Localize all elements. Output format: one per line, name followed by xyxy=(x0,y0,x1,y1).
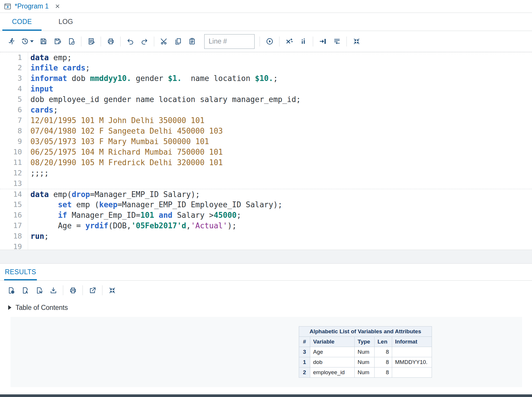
tab-log-label: LOG xyxy=(59,18,73,26)
cut-button[interactable] xyxy=(157,34,171,49)
code-line[interactable]: 1006/25/1975 104 M Richard Mumbai 750000… xyxy=(0,147,532,157)
cell: 8 xyxy=(375,347,392,357)
print-results-button[interactable] xyxy=(66,283,80,297)
download-button[interactable] xyxy=(64,34,78,49)
html-result-icon xyxy=(7,286,15,294)
tab-results[interactable]: RESULTS xyxy=(2,264,39,280)
code-line[interactable]: 903/05/1973 103 F Mary Mumbai 500000 101 xyxy=(0,136,532,147)
results-tabbar: RESULTS xyxy=(0,264,532,281)
code-line[interactable]: 3informat dob mmddyy10. gender $1. name … xyxy=(0,73,532,84)
word-result-icon xyxy=(35,286,43,294)
download-icon xyxy=(68,37,75,45)
code-line-text: set emp (keep=Manager_EMP_ID Employee_ID… xyxy=(28,199,282,210)
submit-selection-button[interactable] xyxy=(316,34,330,49)
line-number: 8 xyxy=(0,126,28,136)
code-line[interactable]: 4input xyxy=(0,84,532,94)
run-icon xyxy=(7,37,15,45)
row-number: 1 xyxy=(299,357,310,367)
format-lines-button[interactable] xyxy=(330,34,344,49)
code-line[interactable]: 13 xyxy=(0,178,532,189)
code-line-text: dob employee_id gender name location sal… xyxy=(28,94,301,105)
code-line[interactable]: 2infile cards; xyxy=(0,63,532,73)
tab-results-label: RESULTS xyxy=(5,268,36,276)
code-line[interactable]: 1data emp; xyxy=(0,52,532,63)
code-line[interactable]: 6cards; xyxy=(0,105,532,115)
code-line[interactable]: 1108/20/1990 105 M Fredrick Delhi 320000… xyxy=(0,157,532,168)
code-line-text: input xyxy=(28,84,53,94)
line-number: 9 xyxy=(0,136,28,147)
code-line-text: if Manager_Emp_ID=101 and Salary >45000; xyxy=(28,210,241,220)
download-results-button[interactable] xyxy=(46,283,60,297)
cell: 8 xyxy=(375,357,392,367)
code-line[interactable]: 712/01/1995 101 M John Delhi 350000 101 xyxy=(0,115,532,126)
program-tab[interactable]: *Program 1 xyxy=(3,0,66,13)
code-analysis-icon xyxy=(299,37,307,45)
cell: Num xyxy=(355,367,375,378)
open-new-window-icon xyxy=(89,286,97,294)
redo-button[interactable] xyxy=(137,34,151,49)
program-tab-title: *Program 1 xyxy=(15,2,49,10)
copy-button[interactable] xyxy=(171,34,185,49)
save-as-button[interactable] xyxy=(50,34,64,49)
open-new-window-button[interactable] xyxy=(85,283,99,297)
format-code-button[interactable] xyxy=(84,34,98,49)
html-result-button[interactable] xyxy=(4,283,18,297)
goto-line-button[interactable] xyxy=(262,34,277,49)
copy-icon xyxy=(174,37,182,45)
paste-button[interactable] xyxy=(185,34,199,49)
toolbar-separator xyxy=(101,37,101,46)
print-button[interactable] xyxy=(104,34,118,49)
code-editor[interactable]: 1data emp;2infile cards;3informat dob mm… xyxy=(0,52,532,250)
code-line[interactable]: 12;;;; xyxy=(0,168,532,178)
line-number: 5 xyxy=(0,94,28,105)
tab-code[interactable]: CODE xyxy=(0,13,44,31)
column-header: Len xyxy=(375,337,392,347)
word-result-button[interactable] xyxy=(32,283,46,297)
table-of-contents-toggle[interactable]: Table of Contents xyxy=(0,300,532,315)
tab-log[interactable]: LOG xyxy=(44,13,88,31)
code-analysis-button[interactable] xyxy=(296,34,310,49)
tab-code-label: CODE xyxy=(12,18,32,26)
code-line-text: 06/25/1975 104 M Richard Mumbai 750000 1… xyxy=(28,147,223,157)
save-button[interactable] xyxy=(36,34,50,49)
close-tab-button[interactable] xyxy=(54,3,61,10)
toolbar-separator xyxy=(63,285,63,295)
line-number: 4 xyxy=(0,84,28,94)
cell: employee_id xyxy=(310,367,355,378)
download-results-icon xyxy=(49,286,57,294)
toolbar-separator xyxy=(81,37,81,46)
maximize-button[interactable] xyxy=(349,34,363,49)
line-number: 16 xyxy=(0,210,28,220)
bottom-pane-edge xyxy=(0,394,532,397)
pane-splitter[interactable] xyxy=(0,250,532,264)
code-line[interactable]: 19 xyxy=(0,241,532,250)
maximize-results-button[interactable] xyxy=(105,283,119,297)
paste-icon xyxy=(188,37,196,45)
line-number: 18 xyxy=(0,231,28,241)
code-line[interactable]: 17 Age = yrdif(DOB,'05Feb2017'd,'Actual'… xyxy=(0,220,532,231)
cell: Num xyxy=(355,347,375,357)
code-line[interactable]: 14data emp(drop=Manager_EMP_ID Salary); xyxy=(0,189,532,199)
line-number: 14 xyxy=(0,189,28,199)
undo-button[interactable] xyxy=(123,34,137,49)
pdf-result-button[interactable] xyxy=(18,283,32,297)
code-line[interactable]: 16 if Manager_Emp_ID=101 and Salary >450… xyxy=(0,210,532,220)
code-line[interactable]: 5dob employee_id gender name location sa… xyxy=(0,94,532,105)
chevron-right-icon xyxy=(8,305,11,310)
code-line[interactable]: 15 set emp (keep=Manager_EMP_ID Employee… xyxy=(0,199,532,210)
maximize-icon xyxy=(353,37,361,45)
line-number: 12 xyxy=(0,168,28,178)
history-button[interactable] xyxy=(18,34,36,49)
line-number: 1 xyxy=(0,52,28,63)
run-button[interactable] xyxy=(4,34,18,49)
cell: dob xyxy=(310,357,355,367)
goto-line-input[interactable] xyxy=(204,34,255,49)
toolbar-separator xyxy=(279,37,279,46)
code-line-text: run; xyxy=(28,231,49,241)
code-line-text: infile cards; xyxy=(28,63,90,73)
toolbar-separator xyxy=(346,37,347,46)
code-line[interactable]: 18run; xyxy=(0,231,532,241)
clear-code-button[interactable] xyxy=(282,34,296,49)
line-number: 7 xyxy=(0,115,28,126)
code-line[interactable]: 807/04/1980 102 F Sangeeta Delhi 450000 … xyxy=(0,126,532,136)
